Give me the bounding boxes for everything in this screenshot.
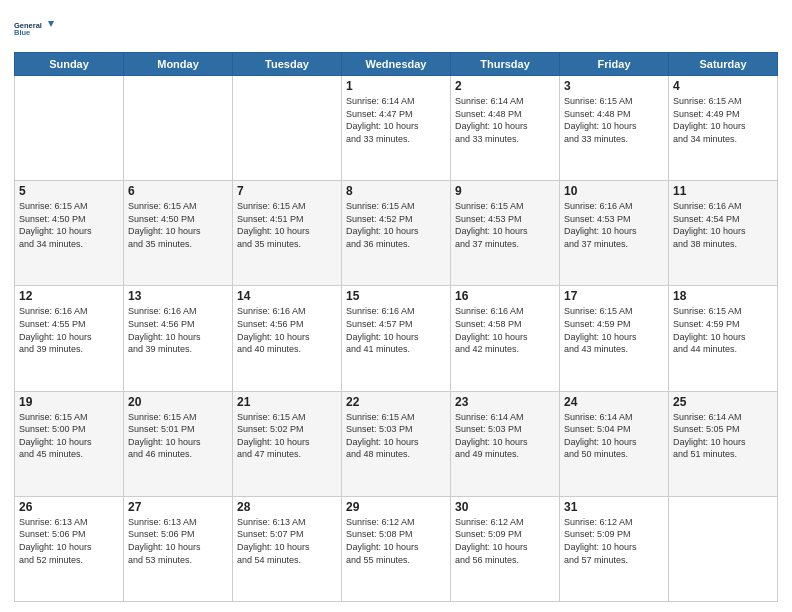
calendar-cell: 23Sunrise: 6:14 AM Sunset: 5:03 PM Dayli… xyxy=(451,391,560,496)
calendar-cell xyxy=(233,76,342,181)
weekday-thursday: Thursday xyxy=(451,53,560,76)
day-number: 4 xyxy=(673,79,773,93)
day-info: Sunrise: 6:15 AM Sunset: 5:01 PM Dayligh… xyxy=(128,411,228,461)
week-row-1: 1Sunrise: 6:14 AM Sunset: 4:47 PM Daylig… xyxy=(15,76,778,181)
day-info: Sunrise: 6:14 AM Sunset: 5:04 PM Dayligh… xyxy=(564,411,664,461)
calendar-cell: 1Sunrise: 6:14 AM Sunset: 4:47 PM Daylig… xyxy=(342,76,451,181)
day-info: Sunrise: 6:14 AM Sunset: 4:47 PM Dayligh… xyxy=(346,95,446,145)
calendar-cell: 29Sunrise: 6:12 AM Sunset: 5:08 PM Dayli… xyxy=(342,496,451,601)
day-info: Sunrise: 6:12 AM Sunset: 5:09 PM Dayligh… xyxy=(455,516,555,566)
calendar-cell: 25Sunrise: 6:14 AM Sunset: 5:05 PM Dayli… xyxy=(669,391,778,496)
weekday-monday: Monday xyxy=(124,53,233,76)
weekday-tuesday: Tuesday xyxy=(233,53,342,76)
day-number: 1 xyxy=(346,79,446,93)
day-number: 3 xyxy=(564,79,664,93)
day-info: Sunrise: 6:15 AM Sunset: 4:52 PM Dayligh… xyxy=(346,200,446,250)
day-info: Sunrise: 6:16 AM Sunset: 4:58 PM Dayligh… xyxy=(455,305,555,355)
day-number: 21 xyxy=(237,395,337,409)
day-number: 6 xyxy=(128,184,228,198)
calendar-cell xyxy=(669,496,778,601)
calendar-cell: 21Sunrise: 6:15 AM Sunset: 5:02 PM Dayli… xyxy=(233,391,342,496)
calendar-cell: 3Sunrise: 6:15 AM Sunset: 4:48 PM Daylig… xyxy=(560,76,669,181)
page: General Blue SundayMondayTuesdayWednesda… xyxy=(0,0,792,612)
week-row-2: 5Sunrise: 6:15 AM Sunset: 4:50 PM Daylig… xyxy=(15,181,778,286)
day-info: Sunrise: 6:16 AM Sunset: 4:55 PM Dayligh… xyxy=(19,305,119,355)
day-info: Sunrise: 6:16 AM Sunset: 4:54 PM Dayligh… xyxy=(673,200,773,250)
day-number: 5 xyxy=(19,184,119,198)
calendar-cell: 31Sunrise: 6:12 AM Sunset: 5:09 PM Dayli… xyxy=(560,496,669,601)
day-info: Sunrise: 6:14 AM Sunset: 4:48 PM Dayligh… xyxy=(455,95,555,145)
day-number: 30 xyxy=(455,500,555,514)
calendar-cell: 28Sunrise: 6:13 AM Sunset: 5:07 PM Dayli… xyxy=(233,496,342,601)
day-info: Sunrise: 6:15 AM Sunset: 4:50 PM Dayligh… xyxy=(128,200,228,250)
day-number: 29 xyxy=(346,500,446,514)
day-info: Sunrise: 6:15 AM Sunset: 5:02 PM Dayligh… xyxy=(237,411,337,461)
calendar-cell: 17Sunrise: 6:15 AM Sunset: 4:59 PM Dayli… xyxy=(560,286,669,391)
calendar-cell: 24Sunrise: 6:14 AM Sunset: 5:04 PM Dayli… xyxy=(560,391,669,496)
day-info: Sunrise: 6:15 AM Sunset: 4:51 PM Dayligh… xyxy=(237,200,337,250)
day-number: 22 xyxy=(346,395,446,409)
calendar-cell: 8Sunrise: 6:15 AM Sunset: 4:52 PM Daylig… xyxy=(342,181,451,286)
day-number: 19 xyxy=(19,395,119,409)
weekday-wednesday: Wednesday xyxy=(342,53,451,76)
calendar-cell: 2Sunrise: 6:14 AM Sunset: 4:48 PM Daylig… xyxy=(451,76,560,181)
day-number: 18 xyxy=(673,289,773,303)
day-number: 7 xyxy=(237,184,337,198)
day-info: Sunrise: 6:16 AM Sunset: 4:57 PM Dayligh… xyxy=(346,305,446,355)
logo: General Blue xyxy=(14,12,54,44)
weekday-header-row: SundayMondayTuesdayWednesdayThursdayFrid… xyxy=(15,53,778,76)
day-number: 20 xyxy=(128,395,228,409)
day-info: Sunrise: 6:13 AM Sunset: 5:07 PM Dayligh… xyxy=(237,516,337,566)
calendar-cell: 12Sunrise: 6:16 AM Sunset: 4:55 PM Dayli… xyxy=(15,286,124,391)
calendar-cell: 4Sunrise: 6:15 AM Sunset: 4:49 PM Daylig… xyxy=(669,76,778,181)
calendar-cell: 6Sunrise: 6:15 AM Sunset: 4:50 PM Daylig… xyxy=(124,181,233,286)
calendar-cell: 26Sunrise: 6:13 AM Sunset: 5:06 PM Dayli… xyxy=(15,496,124,601)
day-number: 2 xyxy=(455,79,555,93)
day-number: 25 xyxy=(673,395,773,409)
day-number: 12 xyxy=(19,289,119,303)
calendar-cell: 18Sunrise: 6:15 AM Sunset: 4:59 PM Dayli… xyxy=(669,286,778,391)
day-number: 28 xyxy=(237,500,337,514)
calendar-cell: 9Sunrise: 6:15 AM Sunset: 4:53 PM Daylig… xyxy=(451,181,560,286)
weekday-saturday: Saturday xyxy=(669,53,778,76)
day-info: Sunrise: 6:16 AM Sunset: 4:53 PM Dayligh… xyxy=(564,200,664,250)
day-info: Sunrise: 6:15 AM Sunset: 5:00 PM Dayligh… xyxy=(19,411,119,461)
day-number: 10 xyxy=(564,184,664,198)
calendar-cell: 19Sunrise: 6:15 AM Sunset: 5:00 PM Dayli… xyxy=(15,391,124,496)
day-number: 8 xyxy=(346,184,446,198)
svg-marker-2 xyxy=(48,21,54,27)
day-info: Sunrise: 6:13 AM Sunset: 5:06 PM Dayligh… xyxy=(19,516,119,566)
calendar-cell: 7Sunrise: 6:15 AM Sunset: 4:51 PM Daylig… xyxy=(233,181,342,286)
day-info: Sunrise: 6:15 AM Sunset: 5:03 PM Dayligh… xyxy=(346,411,446,461)
week-row-3: 12Sunrise: 6:16 AM Sunset: 4:55 PM Dayli… xyxy=(15,286,778,391)
calendar-cell: 30Sunrise: 6:12 AM Sunset: 5:09 PM Dayli… xyxy=(451,496,560,601)
day-info: Sunrise: 6:16 AM Sunset: 4:56 PM Dayligh… xyxy=(128,305,228,355)
day-info: Sunrise: 6:13 AM Sunset: 5:06 PM Dayligh… xyxy=(128,516,228,566)
calendar-cell: 27Sunrise: 6:13 AM Sunset: 5:06 PM Dayli… xyxy=(124,496,233,601)
calendar-table: SundayMondayTuesdayWednesdayThursdayFrid… xyxy=(14,52,778,602)
day-number: 27 xyxy=(128,500,228,514)
day-info: Sunrise: 6:15 AM Sunset: 4:48 PM Dayligh… xyxy=(564,95,664,145)
day-info: Sunrise: 6:14 AM Sunset: 5:03 PM Dayligh… xyxy=(455,411,555,461)
calendar-cell xyxy=(15,76,124,181)
day-number: 16 xyxy=(455,289,555,303)
day-number: 23 xyxy=(455,395,555,409)
calendar-cell: 15Sunrise: 6:16 AM Sunset: 4:57 PM Dayli… xyxy=(342,286,451,391)
day-number: 14 xyxy=(237,289,337,303)
header: General Blue xyxy=(14,12,778,44)
day-number: 31 xyxy=(564,500,664,514)
day-info: Sunrise: 6:12 AM Sunset: 5:09 PM Dayligh… xyxy=(564,516,664,566)
day-info: Sunrise: 6:15 AM Sunset: 4:53 PM Dayligh… xyxy=(455,200,555,250)
calendar-cell: 11Sunrise: 6:16 AM Sunset: 4:54 PM Dayli… xyxy=(669,181,778,286)
day-number: 17 xyxy=(564,289,664,303)
calendar-cell: 20Sunrise: 6:15 AM Sunset: 5:01 PM Dayli… xyxy=(124,391,233,496)
day-number: 24 xyxy=(564,395,664,409)
day-info: Sunrise: 6:15 AM Sunset: 4:59 PM Dayligh… xyxy=(564,305,664,355)
calendar-cell xyxy=(124,76,233,181)
day-info: Sunrise: 6:15 AM Sunset: 4:49 PM Dayligh… xyxy=(673,95,773,145)
day-info: Sunrise: 6:14 AM Sunset: 5:05 PM Dayligh… xyxy=(673,411,773,461)
logo-svg: General Blue xyxy=(14,12,54,44)
calendar-cell: 10Sunrise: 6:16 AM Sunset: 4:53 PM Dayli… xyxy=(560,181,669,286)
svg-text:Blue: Blue xyxy=(14,28,30,37)
weekday-friday: Friday xyxy=(560,53,669,76)
